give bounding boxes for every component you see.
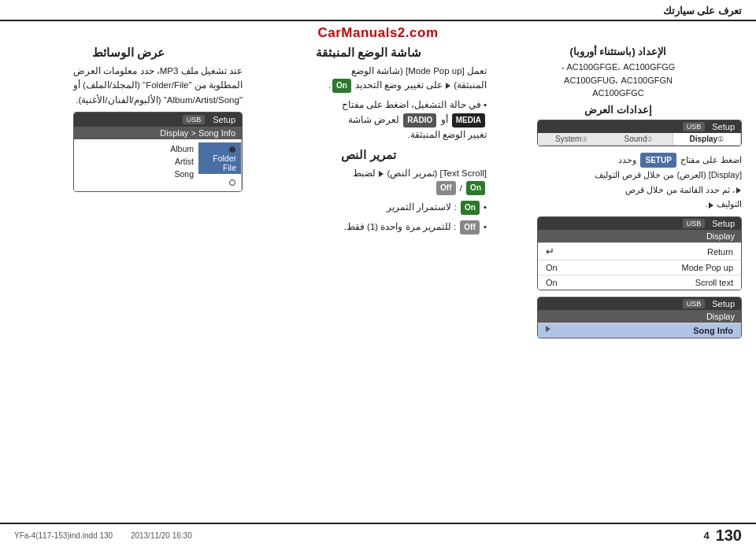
page-number-area: 4 130: [703, 527, 742, 545]
menu-row-scroll-text[interactable]: Scroll text On: [538, 275, 741, 290]
song-setup-label: Setup: [712, 299, 735, 309]
display-menu: Setup USB ①Display ②Sound ③System: [537, 120, 742, 146]
folder-left-panel: Folder File: [198, 139, 242, 191]
song-info-row[interactable]: Song Info: [538, 323, 741, 338]
mode-popup-text: تعمل [Mode Pop up] (شاشة الوضع المنبثقة)…: [250, 64, 487, 93]
setup-badge: SETUP: [640, 153, 676, 168]
big-menu-header: Setup USB: [538, 217, 741, 230]
mode-popup-value: On: [546, 263, 558, 272]
on-badge-1: On: [332, 79, 351, 93]
return-label: Return: [707, 247, 733, 257]
top-bar: تعرف على سيارتك: [0, 0, 756, 21]
tab-display[interactable]: ①Display: [673, 133, 741, 145]
setup-title: الإعداد (باستثناء أوروبا): [495, 46, 742, 57]
folder-file-item[interactable]: Folder File: [198, 142, 241, 174]
usb-badge: USB: [683, 122, 706, 131]
step-description: اضغط على مفتاح SETUP وحدد [Display] (الع…: [495, 153, 742, 213]
scroll-off-text: • Off : للتمرير مرة واحدة (1) فقط.: [250, 220, 487, 235]
tab-sound[interactable]: ②Sound: [605, 133, 673, 145]
footer-file-info: YFa-4(117-153)ind.indd 130 2013/11/20 16…: [14, 531, 192, 540]
scroll-text-value: On: [546, 278, 558, 287]
watermark: CarManuals2.com: [0, 21, 756, 43]
folder-right-panel: Album Artist Song: [74, 139, 198, 191]
arrow-icon: [736, 187, 741, 194]
menu-row-return[interactable]: Return ↵: [538, 242, 741, 260]
media-display-text: عند تشغيل ملف MP3، حدد معلومات العرض الم…: [14, 64, 243, 107]
big-menu-box: Setup USB Display Return ↵ Mode Pop up O…: [537, 216, 742, 290]
display-menu-header: Setup USB: [538, 120, 741, 133]
arrow-icon3: [446, 83, 450, 89]
scroll-on-text: • On : لاستمرار التمرير: [250, 200, 487, 215]
col-right: الإعداد (باستثناء أوروبا) AC100GFGE، AC1…: [495, 46, 742, 338]
scroll-text-label: Scroll text: [695, 278, 733, 287]
folder-setup-label: Setup: [213, 115, 235, 124]
folder-menu-subheader: Display > Song Info: [74, 127, 242, 139]
arrow-icon2: [709, 202, 713, 209]
radio-empty-icon: [229, 179, 235, 186]
album-item[interactable]: Album: [74, 142, 198, 155]
off-badge-1: Off: [436, 181, 455, 195]
song-info-label: Song Info: [693, 326, 733, 335]
radio-badge: RADIO: [403, 113, 436, 128]
song-menu-box: Setup USB Display Song Info: [537, 297, 742, 338]
big-usb-badge: USB: [683, 219, 706, 228]
scroll-text-desc: [Text Scroll] (تمرير النص) لضبط On / Off: [250, 166, 487, 195]
return-icon: ↵: [546, 246, 554, 257]
folder-usb-badge: USB: [183, 115, 206, 124]
settings-title: إعدادات العرض: [495, 104, 742, 116]
on-badge-3: On: [461, 201, 480, 215]
arrow-icon4: [379, 171, 384, 177]
col-left: عرض الوسائط عند تشغيل ملف MP3، حدد معلوم…: [14, 46, 243, 338]
song-menu-subheader: Display: [538, 310, 741, 323]
song-info-arrow: [546, 326, 550, 332]
main-content: الإعداد (باستثناء أوروبا) AC100GFGE، AC1…: [0, 46, 756, 338]
big-menu-subheader: Display: [538, 230, 741, 242]
on-badge-2: On: [466, 181, 485, 195]
media-radio-text: • في حالة التشغيل، اضغط على مفتاح MEDIA …: [250, 98, 487, 142]
page-number: 4: [703, 530, 709, 541]
page-total: 130: [716, 527, 742, 545]
album-radio-item[interactable]: [198, 176, 241, 188]
off-badge-2: Off: [460, 220, 479, 235]
bottom-bar: YFa-4(117-153)ind.indd 130 2013/11/20 16…: [0, 523, 756, 547]
scroll-title: تمرير النص: [250, 148, 487, 162]
big-setup-label: Setup: [712, 219, 735, 228]
radio-selected-icon: [229, 146, 235, 153]
page-title: تعرف على سيارتك: [663, 5, 742, 17]
song-usb-badge: USB: [683, 299, 706, 309]
folder-menu: Setup USB Display > Song Info Folder Fil…: [73, 112, 243, 192]
artist-item[interactable]: Artist: [74, 155, 198, 168]
song-menu-header: Setup USB: [538, 298, 741, 310]
display-tab-row: ①Display ②Sound ③System: [538, 133, 741, 146]
folder-menu-body: Folder File Album Artist Song: [74, 139, 242, 191]
setup-label: Setup: [712, 122, 735, 131]
song-item[interactable]: Song: [74, 168, 198, 180]
menu-row-mode-popup[interactable]: Mode Pop up On: [538, 260, 741, 275]
mode-popup-title: شاشة الوضع المنبثقة: [250, 46, 487, 60]
model-text: AC100GFGE، AC100GFGG - AC100GFUG، AC100G…: [495, 61, 742, 100]
col-middle: شاشة الوضع المنبثقة تعمل [Mode Pop up] (…: [250, 46, 487, 338]
mode-popup-label: Mode Pop up: [682, 263, 733, 272]
tab-system[interactable]: ③System: [538, 133, 605, 145]
media-badge: MEDIA: [452, 113, 485, 128]
folder-menu-header: Setup USB: [74, 113, 242, 127]
media-display-title: عرض الوسائط: [14, 46, 243, 60]
